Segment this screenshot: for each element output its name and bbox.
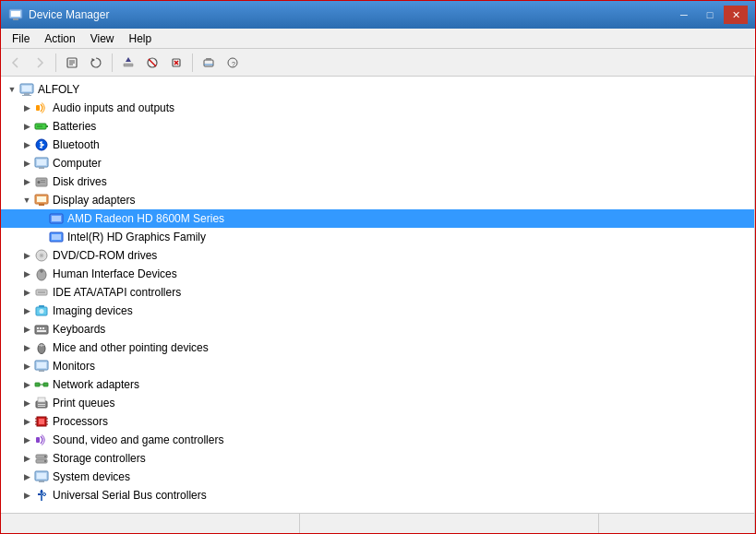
collapse-root-icon[interactable]: ▼ — [5, 82, 19, 97]
svg-point-33 — [38, 181, 41, 184]
tree-item-display[interactable]: ▼ Display adapters — [1, 191, 754, 209]
tree-item-audio[interactable]: ▶ Audio inputs and outputs — [1, 99, 754, 117]
dvd-label: DVD/CD-ROM drives — [53, 249, 157, 262]
svg-rect-67 — [40, 385, 44, 386]
expand-batteries-icon[interactable]: ▶ — [19, 119, 34, 134]
tree-item-monitors[interactable]: ▶ Monitors — [1, 357, 754, 375]
keyboard-icon — [34, 322, 49, 337]
expand-ide-icon[interactable]: ▶ — [19, 285, 34, 300]
expand-monitors-icon[interactable]: ▶ — [19, 359, 34, 374]
uninstall-button[interactable] — [165, 52, 187, 74]
back-button[interactable] — [5, 52, 27, 74]
status-extra — [599, 514, 755, 533]
tree-item-intel[interactable]: Intel(R) HD Graphics Family — [1, 228, 754, 246]
refresh-button[interactable] — [85, 52, 107, 74]
expand-hid-icon[interactable]: ▶ — [19, 267, 34, 281]
system-label: System devices — [53, 470, 130, 483]
tree-item-print[interactable]: ▶ Print queues — [1, 394, 754, 412]
expand-mice-icon[interactable]: ▶ — [19, 340, 34, 355]
tree-item-storage[interactable]: ▶ Storage controllers — [1, 449, 754, 468]
tree-item-amd[interactable]: AMD Radeon HD 8600M Series — [1, 209, 754, 228]
device-manager-window: Device Manager ─ □ ✕ File Action View He… — [0, 0, 756, 534]
tree-item-network[interactable]: ▶ Network adapters — [1, 375, 754, 394]
update-driver-button[interactable] — [117, 52, 139, 74]
expand-print-icon[interactable]: ▶ — [19, 396, 34, 410]
disk-label: Disk drives — [53, 175, 107, 188]
svg-rect-34 — [41, 180, 45, 181]
expand-computer-icon[interactable]: ▶ — [19, 156, 34, 171]
svg-rect-70 — [38, 404, 45, 405]
tree-item-imaging[interactable]: ▶ Imaging devices — [1, 302, 754, 320]
minimize-button[interactable]: ─ — [672, 6, 696, 24]
svg-rect-30 — [37, 160, 46, 165]
tree-item-processors[interactable]: ▶ Processors — [1, 412, 754, 431]
svg-marker-9 — [126, 57, 131, 62]
disable-button[interactable] — [141, 52, 163, 74]
svg-rect-24 — [36, 105, 40, 111]
svg-rect-53 — [39, 305, 44, 307]
usb-label: Universal Serial Bus controllers — [53, 489, 207, 502]
svg-rect-27 — [37, 125, 42, 127]
expand-disk-icon[interactable]: ▶ — [19, 174, 34, 189]
amd-icon — [49, 211, 64, 226]
menu-view[interactable]: View — [83, 30, 122, 47]
tree-item-disk[interactable]: ▶ Disk drives — [1, 172, 754, 191]
tree-item-keyboard[interactable]: ▶ Keyboards — [1, 320, 754, 338]
sound-label: Sound, video and game controllers — [53, 433, 223, 446]
menu-help[interactable]: Help — [122, 30, 160, 47]
expand-bluetooth-icon[interactable]: ▶ — [19, 137, 34, 152]
tree-item-root[interactable]: ▼ ALFOLY — [1, 80, 754, 99]
svg-rect-2 — [13, 18, 18, 20]
expand-audio-icon[interactable]: ▶ — [19, 101, 34, 115]
tree-item-bluetooth[interactable]: ▶ Bluetooth — [1, 136, 754, 154]
svg-rect-16 — [206, 58, 211, 60]
tree-item-hid[interactable]: ▶ Human Interface Devices — [1, 265, 754, 283]
expand-imaging-icon[interactable]: ▶ — [19, 303, 34, 318]
print-icon — [34, 396, 49, 410]
tree-item-batteries[interactable]: ▶ Batteries — [1, 117, 754, 136]
expand-usb-icon[interactable]: ▶ — [19, 488, 34, 503]
help-icon-button[interactable]: ? — [222, 52, 244, 74]
storage-label: Storage controllers — [53, 452, 146, 465]
svg-rect-26 — [46, 125, 48, 127]
expand-system-icon[interactable]: ▶ — [19, 469, 34, 484]
tree-item-dvd[interactable]: ▶ DVD/CD-ROM drives — [1, 246, 754, 265]
svg-rect-40 — [52, 216, 61, 221]
tree-item-sound[interactable]: ▶ Sound, video and game controllers — [1, 431, 754, 449]
svg-point-91 — [43, 493, 46, 496]
maximize-button[interactable]: □ — [698, 6, 722, 24]
svg-rect-64 — [39, 370, 44, 372]
svg-rect-86 — [37, 473, 46, 479]
sound-icon — [34, 433, 49, 447]
bluetooth-icon — [34, 137, 49, 152]
print-label: Print queues — [53, 397, 114, 409]
tree-item-system[interactable]: ▶ System devices — [1, 468, 754, 486]
svg-rect-73 — [39, 419, 44, 424]
expand-sound-icon[interactable]: ▶ — [19, 433, 34, 447]
forward-button[interactable] — [29, 52, 51, 74]
root-label: ALFOLY — [38, 83, 79, 96]
expand-keyboard-icon[interactable]: ▶ — [19, 322, 34, 337]
scan-button[interactable] — [198, 52, 220, 74]
tree-item-computer[interactable]: ▶ Computer — [1, 154, 754, 172]
network-label: Network adapters — [53, 378, 139, 391]
app-icon — [8, 7, 23, 22]
expand-network-icon[interactable]: ▶ — [19, 377, 34, 392]
computer-item-icon — [34, 156, 49, 171]
menu-action[interactable]: Action — [37, 30, 82, 47]
tree-item-usb[interactable]: ▶ Universal Serial Bus controllers — [1, 486, 754, 504]
monitors-label: Monitors — [53, 360, 95, 373]
tree-item-ide[interactable]: ▶ IDE ATA/ATAPI controllers — [1, 283, 754, 302]
collapse-display-icon[interactable]: ▼ — [19, 193, 34, 208]
properties-button[interactable] — [61, 52, 83, 74]
expand-storage-icon[interactable]: ▶ — [19, 451, 34, 466]
device-tree[interactable]: ▼ ALFOLY ▶ — [1, 77, 755, 513]
tree-item-mice[interactable]: ▶ Mice and other pointing devices — [1, 338, 754, 357]
svg-rect-31 — [39, 167, 44, 169]
expand-dvd-icon[interactable]: ▶ — [19, 248, 34, 263]
expand-processors-icon[interactable]: ▶ — [19, 414, 34, 429]
expand-amd-icon — [34, 211, 49, 226]
menu-file[interactable]: File — [5, 30, 37, 47]
close-button[interactable]: ✕ — [724, 6, 748, 24]
svg-rect-55 — [37, 327, 39, 329]
